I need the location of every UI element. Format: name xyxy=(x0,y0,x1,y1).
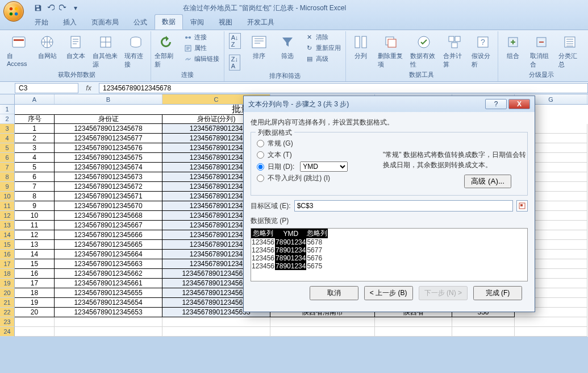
row-header[interactable]: 3 xyxy=(0,124,15,134)
save-icon[interactable] xyxy=(33,3,43,13)
tab-review[interactable]: 审阅 xyxy=(183,15,211,30)
cell[interactable]: 8 xyxy=(15,192,55,201)
cell[interactable]: 序号 xyxy=(15,114,55,124)
cell[interactable]: 123456789012345661 xyxy=(55,279,162,288)
cell[interactable]: 123456789012345672 xyxy=(55,182,162,192)
dialog-help-button[interactable]: ? xyxy=(485,99,507,109)
row-header[interactable]: 23 xyxy=(0,317,15,327)
cell[interactable]: 123456789012345663 xyxy=(55,259,162,269)
properties-button[interactable]: 属性 xyxy=(183,43,220,53)
cell[interactable] xyxy=(270,317,375,327)
cell[interactable] xyxy=(452,317,515,327)
cell[interactable]: 123456789012345653 xyxy=(55,308,162,317)
cell[interactable]: 3 xyxy=(15,143,55,153)
cell[interactable]: 18 xyxy=(15,288,55,298)
cell[interactable]: 5 xyxy=(15,163,55,172)
sort-az-button[interactable]: A↓Z xyxy=(228,32,242,49)
tab-data[interactable]: 数据 xyxy=(155,14,183,30)
reapply-button[interactable]: ↻重新应用 xyxy=(305,43,342,53)
connections-button[interactable]: 连接 xyxy=(183,32,220,42)
row-header[interactable]: 14 xyxy=(0,230,15,240)
radio-general[interactable]: 常规 (G) xyxy=(257,139,522,148)
cell[interactable]: 12 xyxy=(15,230,55,240)
cell[interactable] xyxy=(375,317,452,327)
redo-icon[interactable] xyxy=(58,3,68,13)
data-validation-button[interactable]: 数据有效性 xyxy=(410,32,437,69)
group-button[interactable]: 组合 xyxy=(502,32,524,60)
row-header[interactable]: 17 xyxy=(0,259,15,269)
row-header[interactable]: 13 xyxy=(0,221,15,230)
from-access-button[interactable]: 自 Access xyxy=(7,32,30,67)
cell[interactable] xyxy=(452,327,515,337)
row-header[interactable]: 19 xyxy=(0,279,15,288)
row-header[interactable]: 4 xyxy=(0,134,15,143)
subtotal-button[interactable]: 分类汇总 xyxy=(558,32,581,69)
cell[interactable]: 7 xyxy=(15,182,55,192)
cell[interactable]: 123456789012345664 xyxy=(55,250,162,259)
row-header[interactable]: 18 xyxy=(0,269,15,279)
cell[interactable]: 16 xyxy=(15,269,55,279)
existing-conn-button[interactable]: 现有连接 xyxy=(124,32,147,69)
row-header[interactable]: 6 xyxy=(0,153,15,163)
fx-icon[interactable]: fx xyxy=(83,84,94,92)
tab-developer[interactable]: 开发工具 xyxy=(240,15,282,30)
cell[interactable]: 15 xyxy=(15,259,55,269)
cell[interactable]: 123456789012345671 xyxy=(55,192,162,201)
col-header-B[interactable]: B xyxy=(55,94,162,104)
row-header[interactable]: 2 xyxy=(0,114,15,124)
ungroup-button[interactable]: 取消组合 xyxy=(530,32,553,69)
cell[interactable]: 123456789012345678 xyxy=(55,124,162,134)
destination-input[interactable] xyxy=(294,200,513,212)
row-header[interactable]: 5 xyxy=(0,143,15,153)
date-format-select[interactable]: YMD xyxy=(300,161,348,172)
range-picker-icon[interactable] xyxy=(516,200,528,212)
qat-dropdown-icon[interactable]: ▾ xyxy=(70,3,81,13)
col-header-A[interactable]: A xyxy=(15,94,55,104)
cell[interactable]: 123456789012345673 xyxy=(55,172,162,182)
refresh-all-button[interactable]: 全部刷新 xyxy=(155,32,177,69)
cell[interactable] xyxy=(270,327,375,337)
cancel-button[interactable]: 取消 xyxy=(310,286,358,300)
cell[interactable] xyxy=(515,327,587,337)
cell[interactable] xyxy=(162,327,270,337)
row-header[interactable]: 10 xyxy=(0,192,15,201)
edit-links-button[interactable]: 编辑链接 xyxy=(183,54,220,64)
clear-filter-button[interactable]: ✕清除 xyxy=(305,32,342,42)
cell[interactable]: 20 xyxy=(15,308,55,317)
cell[interactable] xyxy=(15,317,55,327)
dialog-titlebar[interactable]: 文本分列向导 - 步骤之 3 (共 3 步) ? X xyxy=(244,96,535,112)
back-button[interactable]: < 上一步 (B) xyxy=(364,286,413,300)
undo-icon[interactable] xyxy=(45,3,56,13)
whatif-button[interactable]: ?假设分析 xyxy=(472,32,494,69)
row-header[interactable]: 11 xyxy=(0,201,15,211)
cell[interactable]: 123456789012345655 xyxy=(55,288,162,298)
cell[interactable] xyxy=(15,105,55,114)
preview-pane[interactable]: 忽略列YMD忽略列 123456789012345678123456789012… xyxy=(251,228,528,281)
row-header[interactable]: 1 xyxy=(0,105,15,114)
sort-za-button[interactable]: Z↓A xyxy=(228,54,242,71)
cell[interactable]: 9 xyxy=(15,201,55,211)
cell[interactable]: 123456789012345668 xyxy=(55,211,162,221)
cell[interactable]: 123456789012345662 xyxy=(55,269,162,279)
tab-home[interactable]: 开始 xyxy=(27,15,56,30)
from-other-button[interactable]: 自其他来源 xyxy=(93,32,119,69)
row-header[interactable]: 22 xyxy=(0,308,15,317)
formula-input[interactable]: 123456789012345678 xyxy=(99,83,588,93)
select-all-corner[interactable] xyxy=(0,94,15,104)
cell[interactable]: 17 xyxy=(15,279,55,288)
cell[interactable]: 1 xyxy=(15,124,55,134)
cell[interactable]: 13 xyxy=(15,240,55,250)
cell[interactable]: 4 xyxy=(15,153,55,163)
cell[interactable] xyxy=(375,327,452,337)
cell[interactable]: 123456789012345667 xyxy=(55,221,162,230)
cell[interactable]: 123456789012345677 xyxy=(55,134,162,143)
from-web-button[interactable]: 自网站 xyxy=(36,32,59,60)
row-header[interactable]: 20 xyxy=(0,288,15,298)
tab-view[interactable]: 视图 xyxy=(211,15,240,30)
cell[interactable] xyxy=(515,317,587,327)
from-text-button[interactable]: 自文本 xyxy=(64,32,87,60)
office-button[interactable] xyxy=(3,1,24,22)
cell[interactable]: 123456789012345675 xyxy=(55,153,162,163)
advanced-filter-button[interactable]: ▤高级 xyxy=(305,54,342,64)
dialog-close-button[interactable]: X xyxy=(508,99,530,109)
